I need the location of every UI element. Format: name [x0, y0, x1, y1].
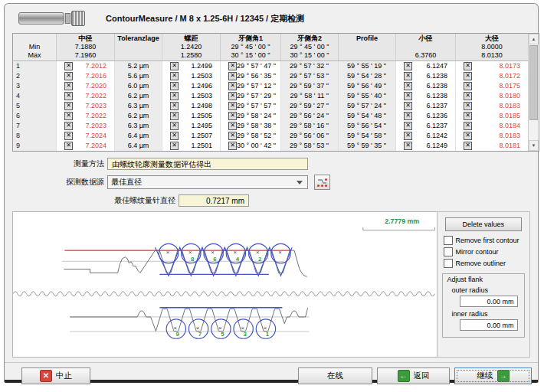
checkbox-icon[interactable]: ✕	[64, 102, 73, 110]
table-row[interactable]: 5✕7.20236.3 µm✕1.2498✕29 ° 57 ' 57 "29 °…	[13, 101, 528, 111]
checkbox-icon[interactable]: ✕	[170, 82, 179, 90]
checkbox-icon[interactable]: ✕	[64, 72, 73, 80]
checkbox-icon[interactable]: ✕	[228, 72, 237, 80]
checkbox-icon[interactable]: ✕	[64, 142, 73, 150]
cell-value: 8.0173	[472, 61, 520, 71]
abort-label: 中止	[56, 371, 72, 381]
checkbox-icon[interactable]: ✕	[170, 132, 179, 140]
delete-values-button[interactable]: Delete values	[445, 217, 522, 231]
checkbox-icon[interactable]: ✕	[64, 132, 73, 140]
checkbox-icon[interactable]: ✕	[404, 102, 412, 110]
checkbox-icon[interactable]: ✕	[464, 122, 472, 130]
table-row[interactable]: 4✕7.20226.2 µm✕1.2503✕29 ° 57 ' 29 "29 °…	[13, 91, 528, 101]
panel-checkbox-remove-first-contour[interactable]: Remove first contour	[444, 236, 530, 245]
flank-angle2-value: 29 ° 58 ' 53 "	[281, 141, 339, 151]
table-cell: ✕1.2495	[162, 121, 221, 131]
outer-radius-input[interactable]: 0.00 mm	[460, 296, 518, 307]
checkbox-icon[interactable]: ✕	[464, 102, 472, 110]
inner-radius-input[interactable]: 0.00 mm	[460, 319, 518, 331]
checkbox-icon[interactable]: ✕	[228, 132, 237, 140]
arrow-left-icon: ←	[398, 370, 410, 382]
cell-value: 7.2022	[73, 111, 107, 121]
scroll-up-icon[interactable]: ▲	[529, 34, 539, 44]
checkbox-icon[interactable]: ✕	[404, 62, 412, 70]
checkbox-icon[interactable]: ✕	[228, 62, 237, 70]
checkbox-box-icon[interactable]	[444, 247, 453, 256]
column-header-label	[13, 34, 56, 43]
checkbox-icon[interactable]: ✕	[464, 92, 472, 100]
table-row[interactable]: 1✕7.20125.2 µm✕1.2499✕29 ° 57 ' 47 "29 °…	[13, 61, 528, 71]
table-row[interactable]: 7✕7.20236.3 µm✕1.2495✕29 ° 58 ' 38 "29 °…	[13, 121, 528, 131]
source-dropdown-value: 最佳直径	[111, 177, 297, 188]
checkbox-icon[interactable]: ✕	[464, 72, 472, 80]
column-header-label: 小径	[396, 34, 455, 43]
probe-number-label: 3	[243, 331, 247, 338]
measurement-table: MinMax中径7.18807.1960Toleranzlage螺距1.2420…	[12, 33, 539, 152]
checkbox-icon[interactable]: ✕	[228, 142, 237, 150]
checkbox-icon[interactable]: ✕	[228, 122, 237, 130]
checkbox-icon[interactable]: ✕	[170, 142, 179, 150]
scroll-thumb[interactable]	[529, 45, 538, 120]
checkbox-icon[interactable]: ✕	[464, 82, 472, 90]
checkbox-icon[interactable]: ✕	[170, 112, 179, 120]
row-number: 9	[13, 141, 57, 151]
checkbox-icon[interactable]: ✕	[464, 112, 472, 120]
checkbox-icon[interactable]: ✕	[64, 62, 73, 70]
checkbox-box-icon[interactable]	[444, 259, 453, 268]
wire-field[interactable]: 0.7217 mm	[179, 194, 249, 207]
cell-value: 7.2023	[73, 121, 107, 131]
checkbox-icon[interactable]: ✕	[404, 132, 412, 140]
panel-checkbox-mirror-contour[interactable]: Mirror contour	[444, 247, 530, 256]
checkbox-icon[interactable]: ✕	[64, 82, 73, 90]
table-row[interactable]: 9✕7.20246.4 µm✕1.2501✕30 ° 00 ' 42 "29 °…	[13, 141, 528, 151]
table-cell: ✕7.2024	[57, 141, 115, 151]
checkbox-icon[interactable]: ✕	[404, 92, 412, 100]
cell-value: 29 ° 57 ' 47 "	[237, 61, 276, 71]
checkbox-icon[interactable]: ✕	[404, 142, 412, 150]
checkbox-icon[interactable]: ✕	[228, 82, 237, 90]
checkbox-icon[interactable]: ✕	[64, 112, 73, 120]
online-button[interactable]: 在线	[298, 368, 372, 384]
checkbox-icon[interactable]: ✕	[64, 92, 73, 100]
checkbox-icon[interactable]: ✕	[64, 122, 73, 130]
abort-button[interactable]: ✕ 中止	[21, 368, 90, 384]
checkbox-box-icon[interactable]	[444, 236, 453, 245]
checkbox-icon[interactable]: ✕	[170, 122, 179, 130]
checkbox-icon[interactable]: ✕	[228, 102, 237, 110]
table-scrollbar[interactable]: ▲ ▼	[528, 34, 539, 151]
scroll-down-icon[interactable]: ▼	[529, 140, 539, 151]
table-cell: ✕29 ° 58 ' 52 "	[221, 131, 281, 141]
checkbox-icon[interactable]: ✕	[404, 72, 412, 80]
table-row[interactable]: 6✕7.20226.2 µm✕1.2505✕29 ° 58 ' 24 "29 °…	[13, 111, 528, 121]
cell-value: 6.1237	[412, 101, 447, 111]
profile-value: 59 ° 56 ' 49 "	[339, 81, 396, 91]
back-button[interactable]: ← 返回	[377, 368, 450, 384]
method-field[interactable]: 由螺纹轮廓测量数据评估得出	[107, 158, 308, 170]
checkbox-icon[interactable]: ✕	[464, 142, 472, 150]
table-row[interactable]: 8✕7.20246.4 µm✕1.2507✕29 ° 58 ' 52 "29 °…	[13, 131, 528, 141]
column-min-value: 7.1880	[57, 43, 114, 51]
wire-label: 最佳螺纹量针直径	[12, 195, 179, 206]
table-row[interactable]: 2✕7.20165.6 µm✕1.2503✕29 ° 56 ' 35 "29 °…	[13, 71, 528, 81]
checkbox-icon[interactable]: ✕	[464, 132, 472, 140]
checkbox-icon[interactable]: ✕	[228, 112, 237, 120]
column-header-label: 牙侧角2	[281, 34, 338, 43]
tolerance-value: 5.2 µm	[115, 61, 162, 71]
checkbox-icon[interactable]: ✕	[228, 92, 237, 100]
checkbox-icon[interactable]: ✕	[464, 62, 472, 70]
probe-points-button[interactable]	[314, 175, 330, 190]
source-dropdown[interactable]: 最佳直径	[107, 175, 308, 189]
table-cell: ✕7.2022	[57, 91, 115, 101]
checkbox-icon[interactable]: ✕	[404, 82, 412, 90]
checkbox-icon[interactable]: ✕	[170, 102, 179, 110]
panel-checkbox-remove-outliner[interactable]: Remove outliner	[444, 259, 530, 268]
checkbox-icon[interactable]: ✕	[170, 72, 179, 80]
table-row[interactable]: 3✕7.20206.0 µm✕1.2496✕29 ° 57 ' 12 "29 °…	[13, 81, 528, 91]
checkbox-icon[interactable]: ✕	[404, 112, 412, 120]
checkbox-icon[interactable]: ✕	[170, 62, 179, 70]
checkbox-icon[interactable]: ✕	[404, 122, 412, 130]
continue-button[interactable]: 继续 →	[454, 368, 532, 384]
checkbox-icon[interactable]: ✕	[170, 92, 179, 100]
flank-angle2-value: 29 ° 56 ' 24 "	[281, 111, 339, 121]
table-cell: ✕7.2020	[57, 81, 115, 91]
